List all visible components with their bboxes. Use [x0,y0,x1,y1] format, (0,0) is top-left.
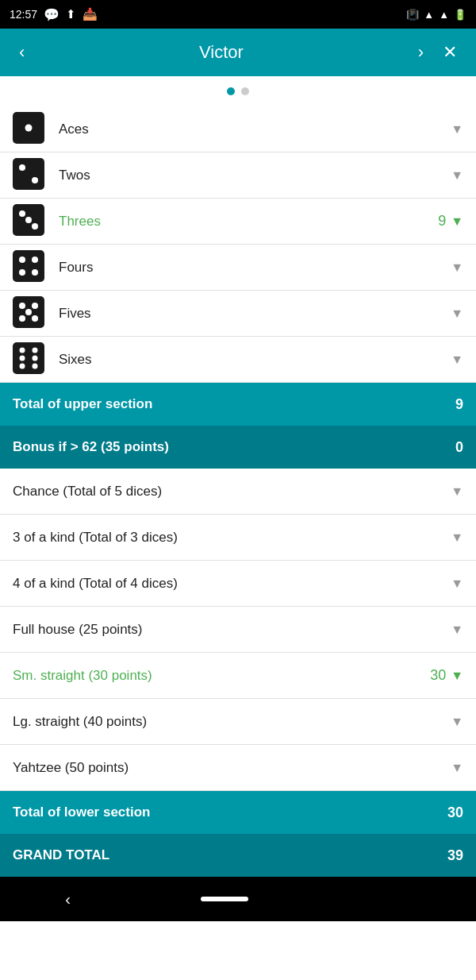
page-title: Victor [31,42,411,63]
svg-point-16 [32,303,38,309]
threes-score: 9 [438,213,446,230]
forward-button[interactable]: › [412,37,430,68]
svg-point-4 [32,177,38,183]
list-item[interactable]: Lg. straight (40 points) ▼ [0,699,476,745]
svg-point-17 [25,309,32,315]
list-item[interactable]: Aces ▼ [0,106,476,152]
threes-label: Threes [59,214,438,230]
list-item[interactable]: Yahtzee (50 points) ▼ [0,745,476,791]
4kind-label: 4 of a kind (Total of 4 dices) [13,576,451,592]
close-button[interactable]: ✕ [436,37,463,68]
battery-icon: 🔋 [454,9,466,21]
list-item[interactable]: Twos ▼ [0,152,476,199]
lgstraight-label: Lg. straight (40 points) [13,714,451,730]
list-item[interactable]: Sm. straight (30 points) 30 ▼ [0,653,476,699]
svg-point-1 [25,124,33,131]
yahtzee-label: Yahtzee (50 points) [13,760,451,776]
signal-icon: ▲ [439,9,449,21]
svg-point-15 [19,303,25,309]
threes-chevron-icon: ▼ [451,214,463,229]
svg-rect-9 [13,250,44,282]
aces-dice-icon [13,112,48,147]
svg-point-24 [33,355,38,361]
fives-label: Fives [59,306,451,322]
list-item[interactable]: 3 of a kind (Total of 3 dices) ▼ [0,515,476,561]
list-item[interactable]: Sixes ▼ [0,337,476,383]
sixes-label: Sixes [59,352,451,368]
header: ‹ Victor › ✕ [0,29,476,76]
page-indicator [0,76,476,106]
grand-total-label: GRAND TOTAL [13,847,447,863]
lower-total-value: 30 [447,804,463,821]
page-dot-1 [227,87,235,95]
status-bar-right: 📳 ▲ ▲ 🔋 [406,9,466,21]
yahtzee-chevron-icon: ▼ [451,761,463,775]
wifi-icon: ▲ [424,9,434,21]
svg-point-22 [33,347,38,353]
svg-point-23 [20,355,25,361]
svg-rect-2 [13,158,44,190]
twos-dice-icon [13,158,48,193]
svg-point-6 [19,210,25,217]
svg-point-26 [33,363,38,368]
lower-total-label: Total of lower section [13,804,447,820]
fives-chevron-icon: ▼ [451,307,463,321]
fours-chevron-icon: ▼ [451,260,463,275]
smstraight-score: 30 [430,667,446,684]
aces-chevron-icon: ▼ [451,122,463,137]
svg-point-12 [19,269,25,276]
download-icon: 📥 [83,7,98,21]
grand-total-row: GRAND TOTAL 39 [0,834,476,877]
bonus-label: Bonus if > 62 (35 points) [13,439,455,455]
lower-total-row: Total of lower section 30 [0,791,476,834]
chance-chevron-icon: ▼ [451,484,463,499]
svg-point-10 [19,257,25,263]
list-item[interactable]: Chance (Total of 5 dices) ▼ [0,469,476,515]
upload-icon: ⬆ [66,7,76,21]
sixes-dice-icon [13,342,48,377]
list-item[interactable]: 4 of a kind (Total of 4 dices) ▼ [0,561,476,607]
status-bar: 12:57 💬 ⬆ 📥 📳 ▲ ▲ 🔋 [0,0,476,29]
fives-dice-icon [13,296,48,331]
time-display: 12:57 [10,8,37,21]
svg-point-25 [20,363,25,368]
svg-point-13 [32,269,38,276]
bonus-value: 0 [455,439,463,456]
bonus-row: Bonus if > 62 (35 points) 0 [0,426,476,469]
smstraight-label: Sm. straight (30 points) [13,668,430,684]
upper-total-value: 9 [455,396,463,413]
svg-point-21 [20,347,25,353]
upper-total-label: Total of upper section [13,396,455,412]
list-item[interactable]: Fives ▼ [0,291,476,337]
fullhouse-label: Full house (25 points) [13,622,451,638]
chance-label: Chance (Total of 5 dices) [13,484,451,500]
list-item[interactable]: Threes 9 ▼ [0,199,476,245]
home-indicator [201,897,248,901]
list-item[interactable]: Full house (25 points) ▼ [0,607,476,653]
svg-point-8 [32,223,38,230]
vibrate-icon: 📳 [406,9,419,21]
3kind-chevron-icon: ▼ [451,531,463,545]
back-button[interactable]: ‹ [13,37,31,68]
bottom-nav: ‹ [0,877,476,921]
svg-point-11 [32,257,38,263]
fullhouse-chevron-icon: ▼ [451,623,463,637]
svg-point-7 [25,217,32,223]
svg-point-19 [32,315,38,322]
svg-rect-20 [13,342,44,374]
smstraight-chevron-icon: ▼ [451,669,463,683]
svg-point-18 [19,315,25,322]
aces-label: Aces [59,122,451,137]
list-item[interactable]: Fours ▼ [0,245,476,291]
4kind-chevron-icon: ▼ [451,577,463,591]
grand-total-value: 39 [447,847,463,864]
3kind-label: 3 of a kind (Total of 3 dices) [13,530,451,546]
twos-label: Twos [59,168,451,183]
status-bar-left: 12:57 💬 ⬆ 📥 [10,7,98,22]
whatsapp-icon: 💬 [44,7,60,22]
svg-point-3 [19,164,25,171]
page-dot-2 [241,87,249,95]
upper-total-row: Total of upper section 9 [0,383,476,426]
nav-back-button[interactable]: ‹ [65,890,71,909]
sixes-chevron-icon: ▼ [451,353,463,367]
